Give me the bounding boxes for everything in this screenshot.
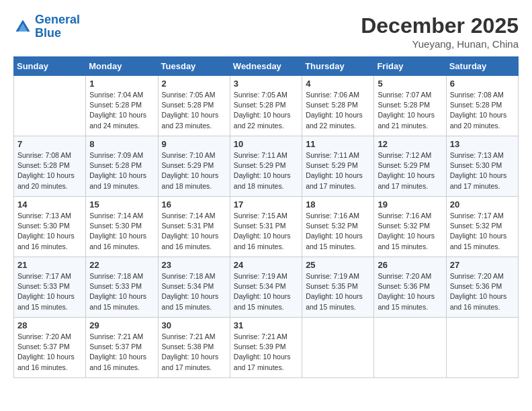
day-info: Sunrise: 7:12 AMSunset: 5:29 PMDaylight:… (378, 150, 442, 191)
week-row-1: 1Sunrise: 7:04 AMSunset: 5:28 PMDaylight… (14, 76, 519, 136)
day-info: Sunrise: 7:08 AMSunset: 5:28 PMDaylight:… (450, 90, 515, 131)
day-info: Sunrise: 7:15 AMSunset: 5:31 PMDaylight:… (234, 211, 298, 252)
day-number: 24 (234, 260, 298, 270)
day-info: Sunrise: 7:07 AMSunset: 5:28 PMDaylight:… (378, 90, 442, 131)
day-number: 29 (89, 320, 154, 330)
week-row-3: 14Sunrise: 7:13 AMSunset: 5:30 PMDayligh… (14, 197, 519, 257)
day-info: Sunrise: 7:11 AMSunset: 5:29 PMDaylight:… (234, 150, 298, 191)
day-info: Sunrise: 7:18 AMSunset: 5:33 PMDaylight:… (89, 271, 154, 312)
day-number: 6 (450, 79, 515, 89)
calendar-cell: 24Sunrise: 7:19 AMSunset: 5:34 PMDayligh… (230, 257, 302, 318)
week-row-2: 7Sunrise: 7:08 AMSunset: 5:28 PMDaylight… (14, 136, 519, 197)
day-number: 8 (89, 139, 154, 149)
day-number: 3 (234, 79, 298, 89)
calendar-cell: 27Sunrise: 7:20 AMSunset: 5:36 PMDayligh… (446, 257, 518, 318)
day-info: Sunrise: 7:21 AMSunset: 5:37 PMDaylight:… (89, 332, 154, 373)
day-number: 27 (450, 260, 515, 270)
day-info: Sunrise: 7:17 AMSunset: 5:33 PMDaylight:… (17, 271, 82, 312)
calendar-cell: 6Sunrise: 7:08 AMSunset: 5:28 PMDaylight… (446, 76, 518, 136)
day-info: Sunrise: 7:04 AMSunset: 5:28 PMDaylight:… (89, 90, 154, 131)
calendar-cell: 2Sunrise: 7:05 AMSunset: 5:28 PMDaylight… (158, 76, 230, 136)
calendar-cell: 8Sunrise: 7:09 AMSunset: 5:28 PMDaylight… (86, 136, 158, 197)
day-number: 31 (234, 320, 298, 330)
calendar-cell (302, 318, 374, 378)
day-info: Sunrise: 7:19 AMSunset: 5:34 PMDaylight:… (234, 271, 298, 312)
day-number: 19 (378, 199, 442, 210)
day-info: Sunrise: 7:10 AMSunset: 5:29 PMDaylight:… (162, 150, 226, 191)
calendar-cell: 31Sunrise: 7:21 AMSunset: 5:39 PMDayligh… (230, 318, 302, 378)
calendar-cell: 13Sunrise: 7:13 AMSunset: 5:30 PMDayligh… (446, 136, 518, 197)
day-number: 5 (378, 79, 442, 89)
day-info: Sunrise: 7:09 AMSunset: 5:28 PMDaylight:… (89, 150, 154, 191)
day-info: Sunrise: 7:17 AMSunset: 5:32 PMDaylight:… (450, 211, 515, 252)
calendar-cell (374, 318, 446, 378)
day-number: 10 (234, 139, 298, 149)
day-number: 30 (162, 320, 226, 330)
calendar-cell: 28Sunrise: 7:20 AMSunset: 5:37 PMDayligh… (14, 318, 86, 378)
day-number: 7 (17, 139, 82, 149)
day-number: 16 (162, 199, 226, 210)
day-number: 23 (162, 260, 226, 270)
calendar-cell: 26Sunrise: 7:20 AMSunset: 5:36 PMDayligh… (374, 257, 446, 318)
day-number: 2 (162, 79, 226, 89)
day-info: Sunrise: 7:13 AMSunset: 5:30 PMDaylight:… (450, 150, 515, 191)
calendar-cell: 20Sunrise: 7:17 AMSunset: 5:32 PMDayligh… (446, 197, 518, 257)
day-info: Sunrise: 7:14 AMSunset: 5:30 PMDaylight:… (89, 211, 154, 252)
calendar-cell: 29Sunrise: 7:21 AMSunset: 5:37 PMDayligh… (86, 318, 158, 378)
day-info: Sunrise: 7:20 AMSunset: 5:36 PMDaylight:… (450, 271, 515, 312)
title-block: December 2025 Yueyang, Hunan, China (361, 13, 519, 50)
day-number: 13 (450, 139, 515, 149)
day-number: 25 (306, 260, 370, 270)
calendar-cell (446, 318, 518, 378)
calendar-cell: 30Sunrise: 7:21 AMSunset: 5:38 PMDayligh… (158, 318, 230, 378)
day-info: Sunrise: 7:21 AMSunset: 5:38 PMDaylight:… (162, 332, 226, 373)
calendar-cell: 5Sunrise: 7:07 AMSunset: 5:28 PMDaylight… (374, 76, 446, 136)
weekday-header-tuesday: Tuesday (158, 57, 230, 76)
day-info: Sunrise: 7:18 AMSunset: 5:34 PMDaylight:… (162, 271, 226, 312)
day-number: 14 (17, 199, 82, 210)
day-number: 26 (378, 260, 442, 270)
calendar-cell: 25Sunrise: 7:19 AMSunset: 5:35 PMDayligh… (302, 257, 374, 318)
day-info: Sunrise: 7:16 AMSunset: 5:32 PMDaylight:… (378, 211, 442, 252)
weekday-header-monday: Monday (86, 57, 158, 76)
day-info: Sunrise: 7:11 AMSunset: 5:29 PMDaylight:… (306, 150, 370, 191)
calendar-cell: 15Sunrise: 7:14 AMSunset: 5:30 PMDayligh… (86, 197, 158, 257)
day-number: 4 (306, 79, 370, 89)
weekday-header-saturday: Saturday (446, 57, 518, 76)
calendar-cell: 22Sunrise: 7:18 AMSunset: 5:33 PMDayligh… (86, 257, 158, 318)
day-info: Sunrise: 7:05 AMSunset: 5:28 PMDaylight:… (162, 90, 226, 131)
day-info: Sunrise: 7:21 AMSunset: 5:39 PMDaylight:… (234, 332, 298, 373)
day-number: 12 (378, 139, 442, 149)
day-number: 20 (450, 199, 515, 210)
day-number: 21 (17, 260, 82, 270)
logo-icon (13, 17, 32, 36)
location-subtitle: Yueyang, Hunan, China (361, 38, 519, 50)
calendar-cell: 18Sunrise: 7:16 AMSunset: 5:32 PMDayligh… (302, 197, 374, 257)
page-header: General Blue December 2025 Yueyang, Huna… (13, 13, 519, 50)
calendar-cell: 10Sunrise: 7:11 AMSunset: 5:29 PMDayligh… (230, 136, 302, 197)
weekday-header-sunday: Sunday (14, 57, 86, 76)
day-number: 9 (162, 139, 226, 149)
weekday-header-wednesday: Wednesday (230, 57, 302, 76)
calendar-cell: 9Sunrise: 7:10 AMSunset: 5:29 PMDaylight… (158, 136, 230, 197)
calendar-cell: 1Sunrise: 7:04 AMSunset: 5:28 PMDaylight… (86, 76, 158, 136)
calendar-cell: 3Sunrise: 7:05 AMSunset: 5:28 PMDaylight… (230, 76, 302, 136)
calendar-table: SundayMondayTuesdayWednesdayThursdayFrid… (13, 56, 519, 378)
logo: General Blue (13, 13, 80, 40)
day-number: 18 (306, 199, 370, 210)
day-number: 15 (89, 199, 154, 210)
day-info: Sunrise: 7:13 AMSunset: 5:30 PMDaylight:… (17, 211, 82, 252)
day-number: 17 (234, 199, 298, 210)
calendar-cell: 21Sunrise: 7:17 AMSunset: 5:33 PMDayligh… (14, 257, 86, 318)
day-number: 11 (306, 139, 370, 149)
day-info: Sunrise: 7:19 AMSunset: 5:35 PMDaylight:… (306, 271, 370, 312)
month-title: December 2025 (361, 13, 519, 38)
logo-text: General Blue (35, 13, 80, 40)
calendar-cell: 16Sunrise: 7:14 AMSunset: 5:31 PMDayligh… (158, 197, 230, 257)
day-info: Sunrise: 7:05 AMSunset: 5:28 PMDaylight:… (234, 90, 298, 131)
day-number: 28 (17, 320, 82, 330)
weekday-header-row: SundayMondayTuesdayWednesdayThursdayFrid… (14, 57, 519, 76)
week-row-4: 21Sunrise: 7:17 AMSunset: 5:33 PMDayligh… (14, 257, 519, 318)
calendar-cell: 14Sunrise: 7:13 AMSunset: 5:30 PMDayligh… (14, 197, 86, 257)
day-number: 1 (89, 79, 154, 89)
